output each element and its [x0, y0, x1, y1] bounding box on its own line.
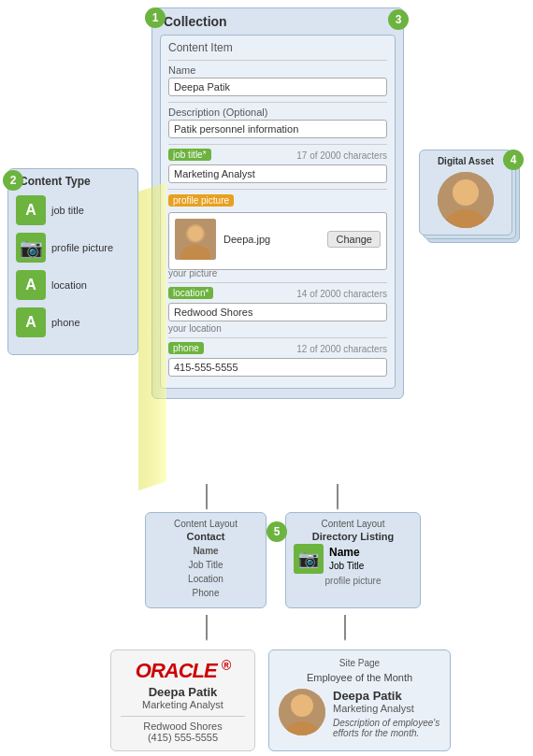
ct-label-job-title: job title: [51, 205, 84, 216]
layout-contact-content: Name Job Title Location Phone: [153, 544, 258, 600]
layout-directory-box: Content Layout Directory Listing 📷 Name …: [285, 512, 421, 608]
location-input[interactable]: Redwood Shores: [168, 303, 387, 321]
profile-picture-field-section: profile picture Deepa.jpg: [168, 189, 387, 278]
da-front: Digital Asset: [419, 150, 512, 235]
profile-picture-row: Deepa.jpg Change: [175, 219, 381, 260]
profile-picture-tag: profile picture: [168, 194, 234, 207]
phone-field-section: phone 12 of 2000 characters 415-555-5555: [168, 337, 387, 377]
svg-marker-13: [206, 632, 208, 641]
ct-label-location: location: [51, 279, 87, 291]
content-item-title: Content Item: [168, 41, 387, 54]
layout-contact-box: Content Layout Contact Name Job Title Lo…: [145, 512, 266, 608]
layout-contact-title-sm: Content Layout: [153, 519, 258, 529]
content-type-title: Content Type: [20, 175, 130, 188]
site-name: Deepa Patik: [333, 689, 440, 703]
digital-asset-title: Digital Asset: [425, 156, 506, 166]
profile-thumb: [175, 219, 216, 260]
collection-title: Collection: [164, 14, 396, 29]
location-tag: location*: [168, 287, 213, 299]
job-title-meta: 17 of 2000 characters: [296, 150, 387, 161]
oracle-output-box: ORACLE ® Deepa Patik Marketing Analyst R…: [110, 649, 255, 751]
content-type-box: Content Type A job title 📷 profile pictu…: [7, 168, 138, 355]
name-field-section: Name Deepa Patik: [168, 60, 387, 96]
name-input[interactable]: Deepa Patik: [168, 78, 387, 96]
layout-contact-title-lg: Contact: [153, 531, 258, 542]
badge-4: 4: [503, 150, 524, 170]
collection-box: Collection Content Item Name Deepa Patik…: [151, 7, 404, 399]
your-location-hint: your location: [168, 323, 387, 334]
output-row: ORACLE ® Deepa Patik Marketing Analyst R…: [110, 649, 451, 751]
svg-point-17: [291, 694, 313, 717]
job-title-input[interactable]: Marketing Analyst: [168, 164, 387, 183]
ct-icon-profile-picture: 📷: [16, 233, 46, 263]
job-title-tag: job title*: [168, 149, 211, 161]
oracle-logo: ORACLE ®: [121, 658, 245, 683]
site-desc: Description of employee's efforts for th…: [333, 718, 440, 738]
layout-directory-title-lg: Directory Listing: [294, 531, 412, 542]
oracle-phone: (415) 555-5555: [121, 732, 245, 743]
your-picture-hint: your picture: [168, 268, 387, 278]
ct-icon-location: A: [16, 270, 46, 300]
layout-directory-title-sm: Content Layout: [294, 519, 412, 529]
svg-marker-4: [138, 182, 166, 491]
phone-tag: phone: [168, 342, 204, 354]
ct-label-profile-picture: profile picture: [51, 242, 113, 253]
site-page-content: Deepa Patik Marketing Analyst Descriptio…: [279, 689, 440, 738]
ct-item-profile-picture: 📷 profile picture: [16, 233, 130, 263]
phone-input[interactable]: 415-555-5555: [168, 358, 387, 377]
oracle-title: Marketing Analyst: [121, 699, 245, 710]
site-page-title-sm: Site Page: [279, 658, 440, 668]
svg-point-3: [188, 226, 203, 241]
ct-item-location: A location: [16, 270, 130, 300]
ct-icon-job-title: A: [16, 195, 46, 225]
diagram-container: 1 Collection Content Item Name Deepa Pat…: [0, 0, 533, 756]
ct-icon-phone: A: [16, 307, 46, 337]
site-photo: [279, 689, 325, 735]
change-button[interactable]: Change: [327, 231, 381, 248]
desc-input[interactable]: Patik personnel information: [168, 120, 387, 138]
svg-marker-11: [337, 501, 339, 510]
site-text: Deepa Patik Marketing Analyst Descriptio…: [333, 689, 440, 738]
layout-img-text: Name Job Title: [329, 546, 364, 572]
profile-picture-label: profile picture: [294, 576, 412, 586]
svg-marker-15: [344, 632, 346, 641]
job-title-field-section: job title* 17 of 2000 characters Marketi…: [168, 144, 387, 183]
badge-2: 2: [3, 170, 23, 191]
desc-field-section: Description (Optional) Patik personnel i…: [168, 102, 387, 138]
svg-point-6: [453, 179, 479, 206]
badge-1: 1: [145, 7, 166, 28]
location-meta: 14 of 2000 characters: [296, 289, 387, 299]
badge-3: 3: [388, 9, 409, 30]
site-page-box: Site Page Employee of the Month Deepa Pa…: [268, 649, 451, 751]
content-item-box: Content Item Name Deepa Patik Descriptio…: [160, 35, 396, 389]
name-label: Name: [168, 64, 387, 76]
svg-marker-9: [206, 501, 208, 510]
profile-filename: Deepa.jpg: [223, 234, 320, 245]
oracle-location: Redwood Shores: [121, 720, 245, 732]
desc-label: Description (Optional): [168, 107, 387, 118]
da-photo: [438, 172, 494, 228]
ct-item-job-title: A job title: [16, 195, 130, 225]
site-page-subtitle: Employee of the Month: [279, 672, 440, 683]
badge-5: 5: [266, 521, 287, 542]
layout-directory-content: 📷 Name Job Title: [294, 544, 412, 574]
location-field-section: location* 14 of 2000 characters Redwood …: [168, 282, 387, 334]
phone-meta: 12 of 2000 characters: [296, 344, 387, 354]
oracle-name: Deepa Patik: [121, 685, 245, 699]
ct-item-phone: A phone: [16, 307, 130, 337]
ct-label-phone: phone: [51, 317, 80, 328]
layout-img-icon: 📷: [294, 544, 324, 574]
site-role: Marketing Analyst: [333, 703, 440, 714]
